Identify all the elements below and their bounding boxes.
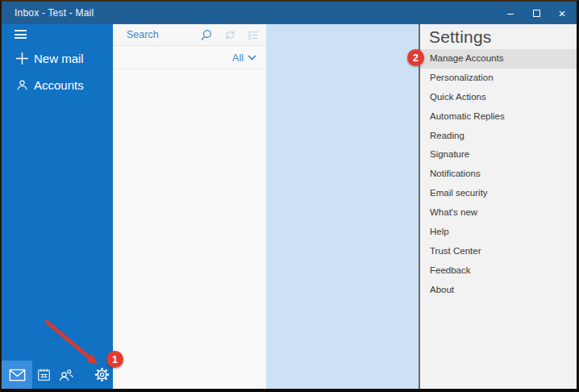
settings-item-signature[interactable]: Signature (420, 145, 577, 165)
settings-item-automatic-replies[interactable]: Automatic Replies (420, 107, 577, 127)
settings-list: Manage Accounts Personalization Quick Ac… (420, 49, 577, 300)
sync-icon[interactable] (223, 28, 237, 42)
plus-icon (15, 52, 29, 65)
people-nav-button[interactable] (55, 361, 77, 389)
settings-item-email-security[interactable]: Email security (420, 184, 577, 203)
mail-icon (9, 369, 26, 382)
settings-gear-button[interactable] (90, 361, 113, 389)
settings-title: Settings (429, 27, 491, 47)
settings-item-feedback[interactable]: Feedback (420, 261, 577, 281)
close-icon: × (559, 7, 566, 19)
new-mail-button[interactable]: New mail (2, 46, 113, 70)
settings-item-trust-center[interactable]: Trust Center (420, 242, 577, 261)
mail-app-window: Inbox - Test - Mail – × New mail Account… (0, 0, 579, 392)
settings-item-quick-actions[interactable]: Quick Actions (420, 88, 577, 107)
filter-dropdown[interactable]: All (113, 47, 266, 69)
select-mode-icon[interactable] (246, 28, 260, 42)
people-icon (58, 368, 74, 382)
accounts-label: Accounts (34, 78, 84, 92)
settings-item-reading[interactable]: Reading (420, 127, 577, 146)
filter-label: All (232, 52, 244, 64)
hamburger-icon[interactable] (15, 30, 27, 39)
chevron-down-icon (248, 55, 256, 60)
reading-pane (266, 24, 419, 389)
calendar-nav-button[interactable] (34, 361, 53, 389)
gear-icon (94, 366, 110, 383)
accounts-button[interactable]: Accounts (2, 73, 113, 97)
settings-item-notifications[interactable]: Notifications (420, 165, 577, 184)
settings-item-manage-accounts[interactable]: Manage Accounts (420, 49, 577, 69)
new-mail-label: New mail (34, 52, 84, 65)
close-button[interactable]: × (549, 2, 575, 24)
settings-item-about[interactable]: About (420, 281, 577, 300)
sidebar-bottom-nav (2, 361, 113, 389)
mail-nav-button[interactable] (2, 361, 32, 389)
search-bar (113, 24, 266, 46)
message-list-panel: All (113, 24, 266, 389)
minimize-icon: – (507, 7, 514, 19)
titlebar: Inbox - Test - Mail – × (2, 2, 577, 24)
minimize-button[interactable]: – (498, 2, 523, 24)
settings-item-personalization[interactable]: Personalization (420, 69, 577, 88)
window-controls: – × (498, 2, 575, 24)
maximize-button[interactable] (523, 2, 549, 24)
maximize-icon (533, 10, 540, 17)
search-icon[interactable] (199, 28, 213, 42)
settings-item-help[interactable]: Help (420, 223, 577, 242)
calendar-icon (37, 368, 51, 382)
person-icon (15, 78, 29, 92)
sidebar: New mail Accounts (2, 24, 113, 389)
settings-panel: Settings Manage Accounts Personalization… (419, 24, 577, 389)
window-title: Inbox - Test - Mail (2, 7, 94, 19)
settings-item-whats-new[interactable]: What's new (420, 203, 577, 223)
